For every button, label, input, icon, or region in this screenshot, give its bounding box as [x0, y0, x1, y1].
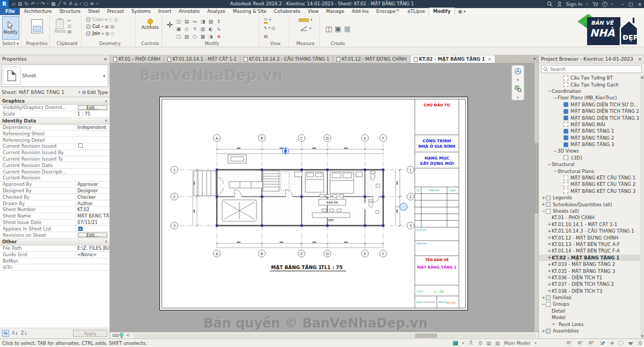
project-browser-close-icon[interactable]: × — [638, 56, 642, 62]
properties-filter-icon[interactable]: ⇆ — [2, 330, 9, 337]
mirror-icon[interactable]: ↔ — [191, 18, 199, 25]
tree-item[interactable]: Cấu Tạo Tường BT — [539, 75, 640, 81]
layers-icon[interactable]: ▤ — [264, 34, 268, 39]
section-icon[interactable]: ○ — [84, 0, 88, 8]
align-icon[interactable]: ◫ — [174, 18, 182, 25]
cope-button[interactable]: Cope▾◫ ▥ — [86, 16, 118, 23]
tree-expander-icon[interactable]: + — [547, 288, 552, 293]
zoom-caret-icon[interactable]: ▾ — [517, 96, 519, 100]
select-links-icon[interactable]: ⇱∞ — [567, 341, 574, 346]
tree-expander-icon[interactable]: + — [547, 242, 552, 247]
tree-item[interactable]: Detail — [539, 308, 640, 314]
tree-item[interactable]: MẶT BẰNG TẦNG 3 — [539, 141, 640, 148]
dim-style-icon[interactable]: ▭ — [264, 17, 268, 24]
property-section-header[interactable]: Graphics« — [0, 98, 109, 105]
steering-wheel-icon[interactable] — [514, 68, 522, 75]
ribbon-tab-manage[interactable]: Manage — [323, 8, 348, 15]
property-value[interactable]: MẶT BẰNG TẦNG 1 — [75, 213, 109, 219]
modify-tool-button[interactable]: Modify — [2, 16, 19, 40]
main-model-label[interactable]: Main Model — [504, 341, 530, 346]
ribbon-tab-massing-site[interactable]: Massing & Site — [229, 8, 270, 15]
edit-button[interactable]: Edit... — [78, 105, 107, 111]
sheet-view[interactable]: CHỦ ĐẦU TƯ CÔNG TRÌNH NHÀ Ở GIA ĐÌNH HẠN… — [159, 97, 468, 310]
property-value[interactable]: Approver — [75, 182, 109, 187]
extend-icon[interactable]: ▥ — [199, 25, 207, 33]
print-icon[interactable]: ▦ — [51, 0, 56, 8]
ribbon-tab-insert[interactable]: Insert — [155, 8, 175, 15]
property-value[interactable] — [75, 143, 109, 149]
panel-label-clipboard[interactable]: Clipboard — [54, 41, 79, 47]
tree-item[interactable]: +KT.02 - MẶT BẰNG TẦNG 1 — [539, 255, 640, 261]
document-tab[interactable]: KT.01.10.14.1 - MẶT CẮT 1-1 — [164, 55, 240, 63]
array-icon[interactable]: ↕ — [215, 18, 223, 25]
tree-item[interactable]: −3D Views — [539, 148, 640, 154]
tree-item[interactable]: +KT.01.12 - MẶT ĐỨNG CHÍNH — [539, 234, 640, 241]
type-selector[interactable]: Sheet ▾ — [1, 64, 108, 87]
tree-expander-icon[interactable]: + — [547, 255, 552, 260]
ribbon-tab-steel[interactable]: Steel — [84, 8, 104, 15]
type-selector-caret-icon[interactable]: ▾ — [103, 74, 108, 78]
tree-item[interactable]: MẶT BẰNG DIỆN TÍCH TẦNG 2 — [539, 108, 640, 114]
tree-item[interactable]: +Schedules/Quantities (all) — [539, 201, 640, 207]
active-options-icon[interactable]: ▥ — [495, 341, 500, 346]
tree-item[interactable]: Model — [539, 314, 640, 321]
edit-button[interactable]: Edit... — [78, 233, 107, 238]
panel-label-create[interactable]: Create — [324, 41, 352, 47]
tree-expander-icon[interactable]: + — [541, 295, 546, 300]
tree-expander-icon[interactable]: − — [547, 162, 552, 167]
ribbon-tab-structure[interactable]: Structure — [55, 8, 84, 15]
project-browser-header[interactable]: Project Browser - Kientruc 14-01-2023 × — [539, 55, 644, 63]
undo-caret-icon[interactable]: ▾ — [37, 0, 39, 8]
tree-expander-icon[interactable]: − — [541, 209, 546, 214]
tree-item[interactable]: −Coordination — [539, 88, 640, 95]
tree-expander-icon[interactable]: + — [547, 222, 552, 227]
tree-expander-icon[interactable]: − — [553, 169, 558, 174]
document-tab[interactable]: KT.02 - MẶT BẰNG TẦNG 1× — [411, 55, 495, 63]
tab-overflow-icon[interactable]: ▾ — [531, 55, 538, 63]
tree-item[interactable]: +KT.035 - MẶT BẰNG TẦNG 3 — [539, 268, 640, 274]
tree-item[interactable]: +KT.038 - DIỆN TÍCH T3 — [539, 288, 640, 294]
tree-expander-icon[interactable]: + — [547, 275, 552, 280]
project-browser-scrollbar[interactable]: ▲ ▼ — [640, 75, 644, 338]
revit-app-button[interactable]: R — [0, 0, 9, 8]
property-section-header[interactable]: Identity Data« — [0, 118, 109, 125]
tree-expander-icon[interactable]: − — [553, 149, 558, 154]
join-button[interactable]: Join▾▨ ◇ — [86, 30, 114, 37]
tag-icon[interactable]: ✎ — [63, 0, 67, 8]
panel-label-measure[interactable]: Measure — [294, 41, 318, 47]
store-icon[interactable] — [592, 1, 598, 7]
drawing-canvas[interactable]: BanVeNhaDep.vn — [110, 63, 538, 332]
property-value[interactable]: 1 : 75 — [75, 111, 109, 117]
view-caret-icon[interactable]: ▾ — [79, 0, 82, 8]
ribbon-tab-analyze[interactable]: Analyze — [203, 8, 229, 15]
properties-header[interactable]: Properties × — [0, 55, 109, 63]
tree-item[interactable]: −Structural — [539, 161, 640, 168]
sync-icon[interactable]: ↻ — [24, 0, 28, 8]
tree-expander-icon[interactable]: + — [541, 202, 546, 207]
rotate-icon[interactable]: ◇ — [182, 25, 191, 33]
filter-icon[interactable] — [628, 341, 633, 346]
property-value[interactable]: E:\Z. FILES BUON BAN\NH... — [75, 245, 109, 251]
tree-item[interactable]: MẶT BẰNG DIỆN TÍCH TẦNG 3 — [539, 114, 640, 121]
design-options-icon[interactable]: ▤ — [486, 341, 491, 346]
measure-icon[interactable]: ╱ — [58, 0, 61, 8]
tree-expander-icon[interactable]: − — [547, 89, 552, 93]
tree-expander-icon[interactable]: + — [547, 235, 552, 240]
tree-expander-icon[interactable]: + — [547, 249, 552, 254]
tree-item[interactable]: +KT.037 - DIỆN TÍCH TẦNG 2 — [539, 281, 640, 287]
redo-caret-icon[interactable]: ▾ — [47, 0, 49, 8]
tree-expander-icon[interactable]: + — [547, 269, 552, 273]
tree-item[interactable]: −Floor Plans (MB_KienTruc) — [539, 95, 640, 101]
search-input[interactable] — [550, 67, 640, 72]
document-tab[interactable]: KT.01.10.14.3 - CẦU THANG TẦNG 1 — [240, 55, 333, 63]
pin-icon[interactable]: ↳ — [215, 25, 223, 33]
tree-expander-icon[interactable]: − — [553, 96, 558, 100]
activate-dimensions-icon[interactable] — [148, 19, 153, 24]
tree-item[interactable]: −Structural Plans — [539, 168, 640, 174]
tree-item[interactable]: MẶT BẰNG KẾT CẤU TẦNG 3 — [539, 188, 640, 194]
match-type-icon[interactable]: ▤ — [68, 29, 72, 34]
create-parts-icon[interactable]: ▦ — [344, 25, 350, 33]
thin-lines-icon[interactable]: ≡ — [90, 0, 94, 8]
qat-customize-icon[interactable]: ▾ — [96, 0, 98, 8]
property-value[interactable]: Designer — [75, 188, 109, 193]
